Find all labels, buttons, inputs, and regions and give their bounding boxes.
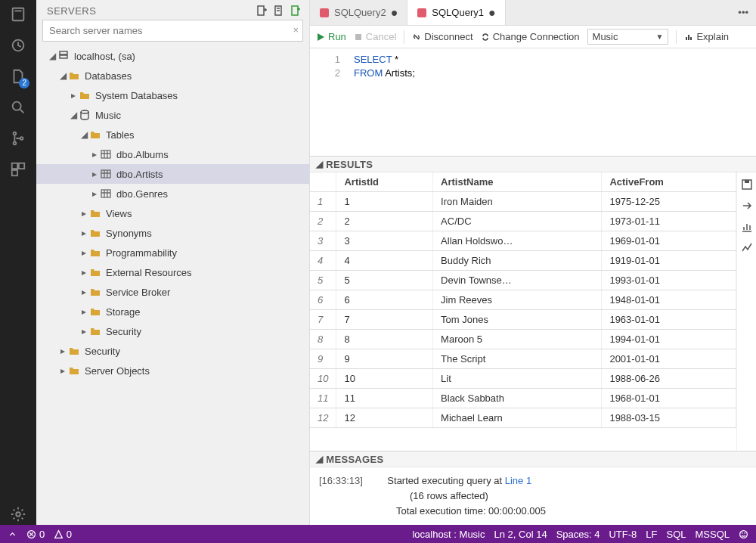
clear-search-icon[interactable]: ×	[293, 24, 299, 36]
svg-rect-14	[60, 51, 67, 54]
table-row[interactable]: 66Jim Reeves1948-01-01	[310, 290, 736, 310]
status-problems[interactable]: 0 0	[26, 529, 72, 540]
table-row[interactable]: 1010Lit1988-06-26	[310, 369, 736, 389]
svg-rect-24	[745, 180, 749, 183]
svg-rect-1	[14, 11, 21, 12]
settings-activity-icon[interactable]	[10, 506, 26, 525]
svg-rect-15	[60, 55, 67, 58]
status-encoding[interactable]: UTF-8	[609, 529, 637, 540]
svg-rect-0	[13, 8, 24, 21]
svg-point-28	[744, 532, 745, 534]
messages-header[interactable]: ◢MESSAGES	[310, 451, 756, 467]
editor-tab[interactable]: SQLQuery1●	[407, 0, 505, 25]
tree-sysdb[interactable]: ▸System Databases	[36, 85, 309, 105]
run-button[interactable]: Run	[316, 31, 346, 42]
tree-table[interactable]: ▸dbo.Genres	[36, 184, 309, 203]
status-feedback-icon[interactable]	[739, 529, 748, 539]
new-query-icon[interactable]	[273, 5, 285, 17]
status-eol[interactable]: LF	[646, 529, 657, 540]
table-row[interactable]: 99The Script2001-01-01	[310, 349, 736, 369]
save-results-icon[interactable]	[741, 178, 753, 191]
disconnect-button[interactable]: Disconnect	[412, 31, 472, 42]
explain-button[interactable]: Explain	[684, 31, 729, 42]
tree-databases[interactable]: ◢Databases	[36, 66, 309, 85]
svg-rect-21	[417, 8, 426, 17]
results-header[interactable]: ◢RESULTS	[310, 156, 756, 172]
source-control-activity-icon[interactable]	[10, 130, 26, 149]
svg-rect-19	[101, 190, 110, 197]
svg-point-4	[14, 132, 17, 135]
tree-tables[interactable]: ◢Tables	[36, 125, 309, 144]
svg-point-5	[14, 142, 17, 145]
svg-rect-18	[101, 170, 110, 178]
table-row[interactable]: 77Tom Jones1963-01-01	[310, 310, 736, 330]
visualize-results-icon[interactable]	[741, 242, 753, 254]
activity-bar: 2	[0, 0, 36, 525]
query-toolbar: Run Cancel Disconnect Change Connection …	[310, 26, 756, 48]
status-language[interactable]: SQL	[666, 529, 686, 540]
sidebar-title: SERVERS	[47, 5, 252, 17]
status-server-type[interactable]: MSSQL	[695, 529, 730, 540]
status-connection[interactable]: localhost : Music	[412, 529, 485, 540]
results-actions	[736, 172, 756, 451]
svg-point-27	[742, 532, 743, 534]
tree-folder[interactable]: ▸Security	[36, 321, 309, 341]
svg-rect-11	[258, 6, 264, 15]
database-selector[interactable]: Music▼	[587, 29, 669, 45]
tree-table[interactable]: ▸dbo.Artists	[36, 164, 309, 184]
new-connection-icon[interactable]	[256, 5, 268, 17]
chart-results-icon[interactable]	[741, 221, 753, 233]
svg-rect-22	[355, 34, 361, 40]
search-activity-icon[interactable]	[10, 99, 26, 118]
svg-rect-8	[19, 163, 24, 169]
table-row[interactable]: 33Allan Holdswo…1969-01-01	[310, 231, 736, 251]
tree-folder[interactable]: ▸Views	[36, 203, 309, 223]
svg-point-26	[740, 530, 748, 538]
status-remote-icon[interactable]	[8, 529, 17, 539]
refresh-servers-icon[interactable]	[290, 5, 302, 17]
tree-folder[interactable]: ▸Service Broker	[36, 282, 309, 302]
change-connection-button[interactable]: Change Connection	[481, 31, 580, 42]
servers-activity-icon[interactable]	[10, 6, 26, 25]
tree-folder[interactable]: ▸Synonyms	[36, 223, 309, 243]
results-grid[interactable]: ArtistIdArtistNameActiveFrom11Iron Maide…	[310, 172, 736, 451]
messages-panel: [16:33:13] Started executing query at Li…	[310, 467, 756, 525]
svg-point-3	[13, 102, 21, 110]
sql-editor[interactable]: 12 SELECT *FROM Artists;	[310, 48, 756, 156]
status-indent[interactable]: Spaces: 4	[556, 529, 600, 540]
svg-rect-7	[12, 163, 17, 169]
svg-rect-17	[101, 150, 110, 158]
history-activity-icon[interactable]	[10, 37, 26, 56]
tree-folder[interactable]: ▸Security	[36, 341, 309, 361]
files-badge: 2	[19, 78, 29, 88]
tree-folder[interactable]: ▸Programmability	[36, 243, 309, 262]
servers-sidebar: SERVERS × ◢localhost, (sa)◢Databases▸Sys…	[36, 0, 310, 525]
export-results-icon[interactable]	[741, 200, 753, 212]
table-row[interactable]: 22AC/DC1973-01-11	[310, 212, 736, 231]
svg-rect-13	[292, 6, 298, 15]
tree-table[interactable]: ▸dbo.Albums	[36, 144, 309, 164]
files-activity-icon[interactable]: 2	[10, 68, 26, 87]
tree-db-music[interactable]: ◢Music	[36, 105, 309, 125]
tree-folder[interactable]: ▸Storage	[36, 302, 309, 321]
editor-tab[interactable]: SQLQuery2●	[310, 0, 407, 25]
svg-rect-9	[12, 170, 17, 175]
extensions-activity-icon[interactable]	[10, 161, 26, 180]
tree-server[interactable]: ◢localhost, (sa)	[36, 46, 309, 66]
table-row[interactable]: 1111Black Sabbath1968-01-01	[310, 389, 736, 408]
status-cursor-pos[interactable]: Ln 2, Col 14	[494, 529, 547, 540]
tree-folder[interactable]: ▸Server Objects	[36, 361, 309, 380]
svg-point-10	[16, 512, 20, 517]
messages-line-link[interactable]: Line 1	[505, 475, 531, 486]
table-row[interactable]: 44Buddy Rich1919-01-01	[310, 251, 736, 271]
table-row[interactable]: 55Devin Townse…1993-01-01	[310, 271, 736, 290]
svg-point-6	[20, 137, 23, 140]
table-row[interactable]: 11Iron Maiden1975-12-25	[310, 192, 736, 212]
search-servers-input[interactable]	[42, 20, 303, 42]
tree-folder[interactable]: ▸External Resources	[36, 262, 309, 282]
table-row[interactable]: 88Maroon 51994-01-01	[310, 330, 736, 349]
editor-tabs: SQLQuery2●SQLQuery1●•••	[310, 0, 756, 26]
table-row[interactable]: 1212Michael Learn1988-03-15	[310, 408, 736, 428]
tab-overflow-icon[interactable]: •••	[730, 0, 756, 25]
status-bar: 0 0 localhost : Music Ln 2, Col 14 Space…	[0, 525, 756, 543]
